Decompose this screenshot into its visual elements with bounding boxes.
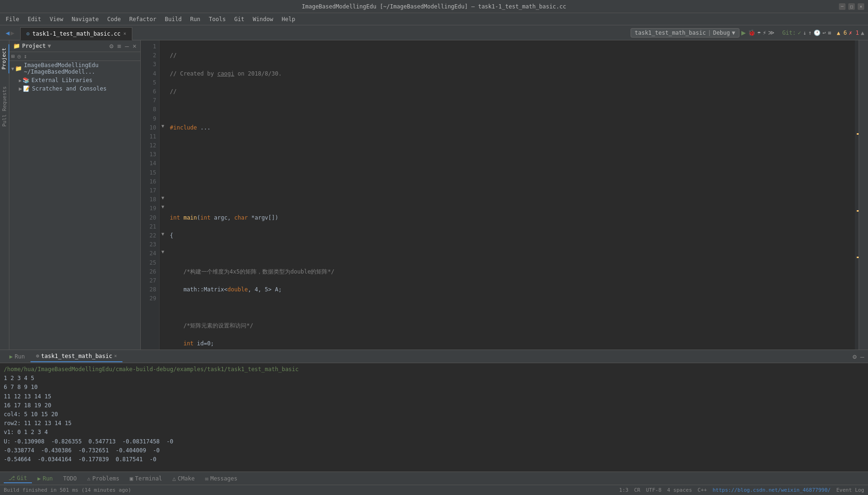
crlf-indicator[interactable]: CR — [634, 487, 640, 493]
profile-button[interactable]: ⚡ — [762, 29, 766, 36]
run-config-type: Debug — [713, 30, 730, 36]
tree-external-libraries-label: External Libraries — [31, 77, 92, 84]
tab-messages[interactable]: ✉ Messages — [200, 474, 242, 483]
tree-scratches[interactable]: ▶ 📝 Scratches and Consoles — [9, 84, 140, 93]
fold-19[interactable]: ▼ — [160, 202, 166, 211]
fold-10[interactable]: ▼ — [160, 122, 166, 130]
cursor-position[interactable]: 1:3 — [619, 487, 629, 493]
menu-code[interactable]: Code — [104, 15, 125, 23]
file-type-indicator[interactable]: C++ — [698, 487, 707, 493]
expand-warnings-icon[interactable]: ▲ — [861, 30, 864, 36]
nav-back-icon[interactable]: ◀ — [6, 29, 9, 37]
panel-layout-icon[interactable]: ≡ — [117, 42, 121, 50]
run-button[interactable]: ▶ — [741, 28, 746, 37]
code-line-15 — [170, 303, 851, 312]
encoding-indicator[interactable]: UTF-8 — [646, 487, 662, 493]
scroll-indicator — [855, 40, 859, 350]
tree-expand-icon: ▶ — [19, 78, 22, 83]
run-config-selector[interactable]: task1_test_math_basic | Debug ▼ — [631, 28, 739, 38]
tab-cmake[interactable]: △ CMake — [168, 474, 199, 483]
tab-todo[interactable]: TODO — [59, 474, 82, 483]
code-content[interactable]: // // Created by caogi on 2018/8/30. // … — [166, 40, 855, 350]
warnings-badge[interactable]: ▲ 6 — [837, 30, 847, 36]
nav-forward-icon[interactable]: ▶ — [10, 29, 14, 37]
tab-problems-label: Problems — [92, 475, 120, 482]
settings-icon[interactable]: ⚙ — [853, 353, 856, 360]
menu-tools[interactable]: Tools — [205, 15, 229, 23]
fold-18[interactable]: ▼ — [160, 193, 166, 202]
git-push-icon[interactable]: ↑ — [808, 30, 812, 36]
errors-badge[interactable]: ✗ 1 — [849, 30, 859, 36]
fold-22[interactable]: ▼ — [160, 229, 166, 238]
tab-terminal[interactable]: ▣ Terminal — [125, 474, 167, 483]
locate-icon[interactable]: ◎ — [17, 53, 21, 60]
menu-window[interactable]: Window — [249, 15, 277, 23]
menu-run[interactable]: Run — [186, 15, 204, 23]
run-tab-close-icon[interactable]: × — [114, 353, 117, 358]
menu-edit[interactable]: Edit — [24, 15, 45, 23]
sort-icon[interactable]: ↕ — [23, 53, 27, 60]
line-num-7: 7 — [144, 96, 156, 105]
bottom-panel-tabs: ▶ Run ⊙ task1_test_math_basic × ⚙ — — [0, 350, 868, 363]
event-log[interactable]: Event Log — [836, 487, 864, 493]
bottom-tab-run-active[interactable]: ⊙ task1_test_math_basic × — [30, 351, 122, 362]
blog-link[interactable]: https://blog.csdn.net/weixin_46877990/ — [713, 487, 831, 493]
fold-3 — [160, 58, 166, 67]
tab-run-bottom[interactable]: ▶ Run — [33, 474, 58, 483]
fold-16 — [160, 175, 166, 184]
menu-git[interactable]: Git — [230, 15, 248, 23]
close-bottom-icon[interactable]: — — [860, 353, 864, 360]
fold-2 — [160, 49, 166, 58]
debug-button[interactable]: 🐞 — [748, 29, 755, 36]
tree-external-libraries[interactable]: ▶ 📚 External Libraries — [9, 76, 140, 84]
line-num-27: 27 — [144, 276, 156, 285]
indent-indicator[interactable]: 4 spaces — [667, 487, 692, 493]
git-history-icon[interactable]: 🕐 — [814, 30, 821, 36]
fold-13 — [160, 148, 166, 157]
run-with-coverage-button[interactable]: ☂ — [757, 29, 761, 36]
run-icon: ▶ — [9, 353, 13, 360]
output-line-1: 1 2 3 4 5 — [4, 374, 864, 383]
bottom-tab-run-text: Run — [15, 353, 25, 360]
status-right: 1:3 CR UTF-8 4 spaces C++ https://blog.c… — [619, 487, 864, 493]
code-line-16: /*矩阵元素的设置和访问*/ — [170, 321, 851, 330]
tab-problems[interactable]: ⚠ Problems — [83, 474, 124, 483]
tree-root[interactable]: ▼ 📁 ImageBasedModellingEdu ~/ImageBasedM… — [9, 61, 140, 76]
more-run-button[interactable]: ≫ — [768, 29, 775, 36]
bottom-tab-run-label[interactable]: ▶ Run — [4, 351, 30, 362]
menu-navigate[interactable]: Navigate — [68, 15, 103, 23]
editor-tab-main[interactable]: ⊙ task1-1_test_math_basic.cc × — [20, 27, 132, 40]
status-bar: Build finished in 501 ms (14 minutes ago… — [0, 485, 868, 495]
menu-refactor[interactable]: Refactor — [125, 15, 160, 23]
tree-expand-icon: ▼ — [11, 66, 14, 71]
file-icon: ⊙ — [26, 30, 30, 37]
menu-view[interactable]: View — [46, 15, 67, 23]
git-fetch-icon[interactable]: ↓ — [803, 30, 806, 36]
close-button[interactable]: × — [858, 3, 864, 10]
library-icon: 📚 — [23, 77, 30, 84]
maximize-button[interactable]: □ — [848, 3, 855, 10]
panel-close-icon[interactable]: × — [133, 42, 137, 50]
tab-pull-requests[interactable]: Pull Requests — [0, 83, 9, 130]
panel-toolbar: ⊞ ◎ ↕ — [9, 52, 140, 61]
tab-git[interactable]: ⎇ Git — [4, 474, 32, 483]
fold-4 — [160, 68, 166, 76]
tab-close-icon[interactable]: × — [123, 31, 126, 36]
git-annotate-icon[interactable]: ≡ — [828, 30, 831, 36]
code-line-9 — [170, 195, 851, 204]
panel-collapse-icon[interactable]: — — [125, 42, 129, 50]
panel-settings-icon[interactable]: ⚙ — [109, 42, 113, 50]
line-num-8: 8 — [144, 105, 156, 114]
collapse-all-icon[interactable]: ⊞ — [11, 53, 15, 60]
scratches-icon: 📝 — [23, 85, 30, 92]
line-num-6: 6 — [144, 87, 156, 96]
menu-help[interactable]: Help — [278, 15, 299, 23]
minimize-button[interactable]: ─ — [839, 3, 845, 10]
fold-24[interactable]: ▼ — [160, 247, 166, 256]
menu-build[interactable]: Build — [161, 15, 185, 23]
git-rollback-icon[interactable]: ↩ — [822, 30, 826, 36]
menu-file[interactable]: File — [2, 15, 23, 23]
editor-content[interactable]: 1 2 3 4 5 6 7 8 9 10 11 12 13 14 15 16 1… — [141, 40, 859, 350]
line-num-17: 17 — [144, 186, 156, 195]
tab-project[interactable]: Project — [0, 44, 9, 73]
